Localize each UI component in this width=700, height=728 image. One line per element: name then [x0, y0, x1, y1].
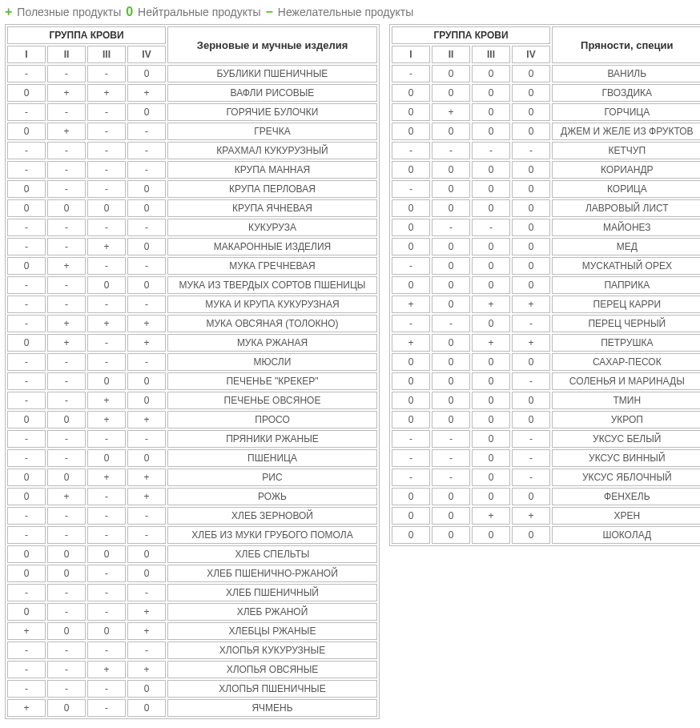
value-cell: + — [127, 622, 166, 640]
legend-zero-label: Нейтральные продукты — [138, 6, 260, 18]
value-cell: 0 — [472, 372, 510, 390]
value-cell: 0 — [127, 680, 166, 698]
value-cell: - — [47, 238, 86, 255]
value-cell: - — [127, 642, 166, 659]
value-cell: + — [87, 392, 126, 409]
table-row: 0+--ГРЕЧКА — [7, 123, 377, 140]
value-cell: 0 — [512, 257, 550, 275]
value-cell: 0 — [432, 161, 470, 179]
value-cell: 0 — [127, 545, 166, 563]
value-cell: - — [512, 315, 550, 332]
table-row: ----КУКУРУЗА — [7, 219, 377, 236]
value-cell: 0 — [432, 180, 470, 198]
table-row: 0000КРУПА ЯЧНЕВАЯ — [7, 199, 377, 217]
value-cell: - — [127, 430, 166, 448]
value-cell: 0 — [7, 180, 46, 198]
category-header: Зерновые и мучные изделия — [167, 26, 377, 63]
product-name: МУКА И КРУПА КУКУРУЗНАЯ — [167, 296, 377, 313]
product-name: ЯЧМЕНЬ — [167, 699, 377, 717]
product-name: ПЕЧЕНЬЕ ОВСЯНОЕ — [167, 392, 377, 409]
table-row: --00ПЕЧЕНЬЕ "КРЕКЕР" — [7, 372, 377, 390]
value-cell: - — [87, 642, 126, 659]
value-cell: + — [512, 334, 550, 352]
value-cell: 0 — [127, 65, 166, 82]
value-cell: 0 — [7, 545, 46, 563]
value-cell: - — [87, 180, 126, 198]
blood-group-header: ГРУППА КРОВИ — [7, 26, 166, 44]
value-cell: - — [7, 353, 46, 371]
value-cell: 0 — [472, 238, 510, 255]
value-cell: + — [127, 315, 166, 332]
value-cell: - — [7, 584, 46, 601]
product-name: ХЛЕБ ПШЕНИЧНО-РЖАНОЙ — [167, 565, 377, 582]
value-cell: - — [87, 296, 126, 313]
value-cell: 0 — [472, 392, 510, 409]
value-cell: - — [392, 469, 430, 486]
product-name: МУКА ИЗ ТВЕРДЫХ СОРТОВ ПШЕНИЦЫ — [167, 276, 377, 294]
value-cell: - — [47, 680, 86, 698]
product-name: ГОРЯЧИЕ БУЛОЧКИ — [167, 103, 377, 121]
value-cell: 0 — [392, 411, 430, 428]
table-row: --+0МАКАРОННЫЕ ИЗДЕЛИЯ — [7, 238, 377, 255]
legend-plus-label: Полезные продукты — [17, 6, 121, 18]
value-cell: + — [87, 84, 126, 102]
value-cell: 0 — [432, 526, 470, 544]
value-cell: 0 — [7, 488, 46, 505]
blood-group-header: ГРУППА КРОВИ — [392, 26, 550, 44]
value-cell: 0 — [512, 392, 550, 409]
value-cell: 0 — [127, 238, 166, 255]
value-cell: + — [47, 315, 86, 332]
value-cell: + — [7, 699, 46, 717]
value-cell: 0 — [392, 161, 430, 179]
value-cell: 0 — [512, 65, 550, 82]
value-cell: 0 — [512, 180, 550, 198]
product-name: ХЛЕБ СПЕЛЬТЫ — [167, 545, 377, 563]
table-row: ----ПРЯНИКИ РЖАНЫЕ — [7, 430, 377, 448]
product-name: КРУПА ЯЧНЕВАЯ — [167, 199, 377, 217]
value-cell: - — [87, 430, 126, 448]
value-cell: - — [47, 296, 86, 313]
value-cell: 0 — [392, 199, 430, 217]
table-row: --0-УКСУС БЕЛЫЙ — [392, 430, 700, 448]
value-cell: 0 — [432, 411, 470, 428]
value-cell: - — [87, 488, 126, 505]
product-name: РИС — [167, 469, 377, 486]
table-row: --0-УКСУС ЯБЛОЧНЫЙ — [392, 469, 700, 486]
product-name: МУКА ГРЕЧНЕВАЯ — [167, 257, 377, 275]
value-cell: - — [87, 565, 126, 582]
value-cell: - — [47, 661, 86, 678]
value-cell: - — [87, 584, 126, 601]
value-cell: 0 — [127, 199, 166, 217]
product-name: МАЙОНЕЗ — [552, 219, 700, 236]
value-cell: 0 — [512, 161, 550, 179]
product-name: ГВОЗДИКА — [552, 84, 700, 102]
value-cell: + — [472, 507, 510, 525]
table-row: 00++РИС — [7, 469, 377, 486]
value-cell: 0 — [392, 123, 430, 140]
value-cell: 0 — [432, 84, 470, 102]
value-cell: + — [47, 123, 86, 140]
table-row: 0000УКРОП — [392, 411, 700, 428]
value-cell: - — [472, 142, 510, 159]
value-cell: - — [87, 603, 126, 621]
value-cell: + — [392, 334, 430, 352]
value-cell: 0 — [7, 469, 46, 486]
value-cell: + — [87, 238, 126, 255]
table-row: --00ПШЕНИЦА — [7, 449, 377, 467]
value-cell: 0 — [432, 65, 470, 82]
table-row: 0000ПАПРИКА — [392, 276, 700, 294]
value-cell: - — [47, 219, 86, 236]
table-row: 0000МЕД — [392, 238, 700, 255]
value-cell: 0 — [47, 199, 86, 217]
product-name: УКСУС БЕЛЫЙ — [552, 430, 700, 448]
value-cell: - — [392, 180, 430, 198]
value-cell: + — [127, 84, 166, 102]
table-row: -000ВАНИЛЬ — [392, 65, 700, 82]
product-name: МУСКАТНЫЙ ОРЕХ — [552, 257, 700, 275]
value-cell: - — [432, 315, 470, 332]
product-name: КУКУРУЗА — [167, 219, 377, 236]
value-cell: 0 — [47, 411, 86, 428]
value-cell: 0 — [392, 372, 430, 390]
value-cell: - — [87, 219, 126, 236]
value-cell: 0 — [127, 449, 166, 467]
